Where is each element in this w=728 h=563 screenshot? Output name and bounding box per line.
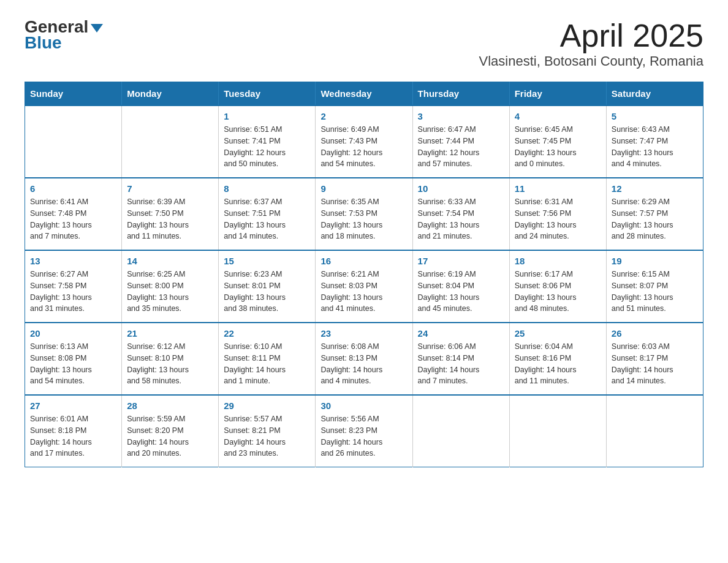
- day-info: Sunrise: 6:12 AM Sunset: 8:10 PM Dayligh…: [127, 341, 213, 387]
- calendar-week-row: 20Sunrise: 6:13 AM Sunset: 8:08 PM Dayli…: [25, 323, 703, 395]
- calendar-week-row: 27Sunrise: 6:01 AM Sunset: 8:18 PM Dayli…: [25, 395, 703, 467]
- calendar-cell: 20Sunrise: 6:13 AM Sunset: 8:08 PM Dayli…: [25, 323, 122, 395]
- calendar-week-row: 6Sunrise: 6:41 AM Sunset: 7:48 PM Daylig…: [25, 178, 703, 250]
- calendar-subtitle: Vlasinesti, Botosani County, Romania: [479, 53, 703, 69]
- day-info: Sunrise: 6:06 AM Sunset: 8:14 PM Dayligh…: [418, 341, 504, 387]
- calendar-cell: [122, 105, 219, 178]
- calendar-cell: 18Sunrise: 6:17 AM Sunset: 8:06 PM Dayli…: [509, 250, 606, 323]
- day-number: 1: [224, 111, 310, 121]
- day-number: 27: [30, 400, 116, 411]
- day-info: Sunrise: 6:25 AM Sunset: 8:00 PM Dayligh…: [127, 269, 213, 315]
- calendar-cell: 23Sunrise: 6:08 AM Sunset: 8:13 PM Dayli…: [316, 323, 412, 395]
- day-number: 29: [224, 400, 310, 411]
- day-of-week-header: Tuesday: [219, 82, 316, 106]
- calendar-cell: 30Sunrise: 5:56 AM Sunset: 8:23 PM Dayli…: [316, 395, 412, 467]
- calendar-cell: 13Sunrise: 6:27 AM Sunset: 7:58 PM Dayli…: [25, 250, 122, 323]
- day-info: Sunrise: 6:37 AM Sunset: 7:51 PM Dayligh…: [224, 196, 310, 242]
- day-info: Sunrise: 6:15 AM Sunset: 8:07 PM Dayligh…: [612, 269, 698, 315]
- day-info: Sunrise: 6:47 AM Sunset: 7:44 PM Dayligh…: [418, 124, 504, 170]
- calendar-cell: 25Sunrise: 6:04 AM Sunset: 8:16 PM Dayli…: [509, 323, 606, 395]
- calendar-week-row: 13Sunrise: 6:27 AM Sunset: 7:58 PM Dayli…: [25, 250, 703, 323]
- day-number: 5: [612, 111, 698, 121]
- day-info: Sunrise: 5:56 AM Sunset: 8:23 PM Dayligh…: [320, 413, 407, 459]
- logo-text-line2: Blue: [25, 33, 62, 53]
- calendar-header: SundayMondayTuesdayWednesdayThursdayFrid…: [25, 82, 703, 106]
- day-info: Sunrise: 6:35 AM Sunset: 7:53 PM Dayligh…: [320, 196, 407, 242]
- day-info: Sunrise: 6:13 AM Sunset: 8:08 PM Dayligh…: [30, 341, 116, 387]
- day-info: Sunrise: 6:31 AM Sunset: 7:56 PM Dayligh…: [515, 196, 601, 242]
- calendar-cell: 8Sunrise: 6:37 AM Sunset: 7:51 PM Daylig…: [219, 178, 316, 250]
- day-info: Sunrise: 6:10 AM Sunset: 8:11 PM Dayligh…: [224, 341, 310, 387]
- calendar-cell: 16Sunrise: 6:21 AM Sunset: 8:03 PM Dayli…: [316, 250, 412, 323]
- day-info: Sunrise: 6:41 AM Sunset: 7:48 PM Dayligh…: [30, 196, 116, 242]
- day-info: Sunrise: 5:57 AM Sunset: 8:21 PM Dayligh…: [224, 413, 310, 459]
- page-header: General Blue April 2025 Vlasinesti, Boto…: [25, 18, 703, 69]
- day-number: 26: [612, 328, 698, 339]
- calendar-cell: 24Sunrise: 6:06 AM Sunset: 8:14 PM Dayli…: [412, 323, 509, 395]
- calendar-cell: 15Sunrise: 6:23 AM Sunset: 8:01 PM Dayli…: [219, 250, 316, 323]
- day-of-week-header: Sunday: [25, 82, 122, 106]
- day-info: Sunrise: 6:39 AM Sunset: 7:50 PM Dayligh…: [127, 196, 213, 242]
- calendar-cell: 19Sunrise: 6:15 AM Sunset: 8:07 PM Dayli…: [606, 250, 703, 323]
- day-number: 24: [418, 328, 504, 339]
- calendar-table: SundayMondayTuesdayWednesdayThursdayFrid…: [25, 82, 703, 467]
- calendar-title: April 2025: [479, 18, 703, 53]
- calendar-cell: 28Sunrise: 5:59 AM Sunset: 8:20 PM Dayli…: [122, 395, 219, 467]
- day-of-week-header: Friday: [509, 82, 606, 106]
- calendar-cell: 21Sunrise: 6:12 AM Sunset: 8:10 PM Dayli…: [122, 323, 219, 395]
- calendar-cell: [412, 395, 509, 467]
- day-info: Sunrise: 6:23 AM Sunset: 8:01 PM Dayligh…: [224, 269, 310, 315]
- day-number: 22: [224, 328, 310, 339]
- day-number: 30: [320, 400, 407, 411]
- calendar-cell: 7Sunrise: 6:39 AM Sunset: 7:50 PM Daylig…: [122, 178, 219, 250]
- calendar-cell: 2Sunrise: 6:49 AM Sunset: 7:43 PM Daylig…: [316, 105, 412, 178]
- day-of-week-header: Monday: [122, 82, 219, 106]
- title-block: April 2025 Vlasinesti, Botosani County, …: [479, 18, 703, 69]
- day-info: Sunrise: 6:43 AM Sunset: 7:47 PM Dayligh…: [612, 124, 698, 170]
- day-of-week-header: Wednesday: [316, 82, 412, 106]
- days-of-week-row: SundayMondayTuesdayWednesdayThursdayFrid…: [25, 82, 703, 106]
- day-number: 3: [418, 111, 504, 121]
- calendar-cell: 1Sunrise: 6:51 AM Sunset: 7:41 PM Daylig…: [219, 105, 316, 178]
- day-of-week-header: Saturday: [606, 82, 703, 106]
- logo: General Blue: [25, 18, 103, 53]
- day-number: 6: [30, 183, 116, 194]
- calendar-cell: 29Sunrise: 5:57 AM Sunset: 8:21 PM Dayli…: [219, 395, 316, 467]
- calendar-cell: 9Sunrise: 6:35 AM Sunset: 7:53 PM Daylig…: [316, 178, 412, 250]
- day-number: 8: [224, 183, 310, 194]
- day-info: Sunrise: 6:51 AM Sunset: 7:41 PM Dayligh…: [224, 124, 310, 170]
- calendar-cell: 11Sunrise: 6:31 AM Sunset: 7:56 PM Dayli…: [509, 178, 606, 250]
- day-number: 17: [418, 256, 504, 266]
- day-info: Sunrise: 6:27 AM Sunset: 7:58 PM Dayligh…: [30, 269, 116, 315]
- day-number: 11: [515, 183, 601, 194]
- day-number: 4: [515, 111, 601, 121]
- day-info: Sunrise: 6:49 AM Sunset: 7:43 PM Dayligh…: [320, 124, 407, 170]
- day-number: 7: [127, 183, 213, 194]
- calendar-body: 1Sunrise: 6:51 AM Sunset: 7:41 PM Daylig…: [25, 105, 703, 467]
- day-info: Sunrise: 6:33 AM Sunset: 7:54 PM Dayligh…: [418, 196, 504, 242]
- day-number: 14: [127, 256, 213, 266]
- day-of-week-header: Thursday: [412, 82, 509, 106]
- day-number: 28: [127, 400, 213, 411]
- day-number: 9: [320, 183, 407, 194]
- calendar-cell: 4Sunrise: 6:45 AM Sunset: 7:45 PM Daylig…: [509, 105, 606, 178]
- calendar-cell: [606, 395, 703, 467]
- day-info: Sunrise: 6:45 AM Sunset: 7:45 PM Dayligh…: [515, 124, 601, 170]
- day-info: Sunrise: 6:04 AM Sunset: 8:16 PM Dayligh…: [515, 341, 601, 387]
- day-number: 2: [320, 111, 407, 121]
- calendar-cell: 5Sunrise: 6:43 AM Sunset: 7:47 PM Daylig…: [606, 105, 703, 178]
- day-info: Sunrise: 5:59 AM Sunset: 8:20 PM Dayligh…: [127, 413, 213, 459]
- day-number: 23: [320, 328, 407, 339]
- day-number: 21: [127, 328, 213, 339]
- day-info: Sunrise: 6:21 AM Sunset: 8:03 PM Dayligh…: [320, 269, 407, 315]
- day-number: 15: [224, 256, 310, 266]
- day-number: 10: [418, 183, 504, 194]
- calendar-cell: [509, 395, 606, 467]
- calendar-cell: [25, 105, 122, 178]
- calendar-cell: 26Sunrise: 6:03 AM Sunset: 8:17 PM Dayli…: [606, 323, 703, 395]
- day-info: Sunrise: 6:01 AM Sunset: 8:18 PM Dayligh…: [30, 413, 116, 459]
- calendar-week-row: 1Sunrise: 6:51 AM Sunset: 7:41 PM Daylig…: [25, 105, 703, 178]
- calendar-cell: 22Sunrise: 6:10 AM Sunset: 8:11 PM Dayli…: [219, 323, 316, 395]
- day-number: 16: [320, 256, 407, 266]
- calendar-cell: 10Sunrise: 6:33 AM Sunset: 7:54 PM Dayli…: [412, 178, 509, 250]
